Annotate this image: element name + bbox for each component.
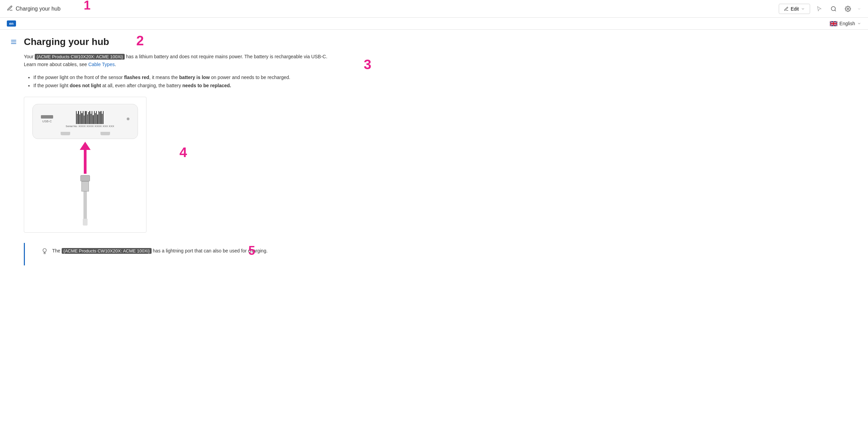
edit-dropdown-button[interactable]: Edit (779, 4, 810, 14)
chevron-down-icon (857, 21, 861, 26)
bullet-list: If the power light on the front of the s… (24, 74, 330, 90)
barcode-lines (76, 110, 104, 124)
chevron-down-icon (801, 7, 805, 11)
variable-highlight: {ACME Products CW10X20X: ACME 100Xi} (35, 54, 125, 60)
lang-selector[interactable]: English (830, 21, 861, 26)
bullet-item-2: If the power light does not light at all… (33, 82, 330, 90)
usb-connector (80, 175, 90, 226)
app-title: Charging your hub (16, 6, 61, 12)
cursor-icon (816, 6, 822, 12)
usb-label: USB-C (42, 120, 52, 123)
info-text-after: has a lightning port that can also be us… (152, 248, 268, 253)
usb-body (81, 181, 89, 191)
serial-label: Serial No: XXXX XXXX XXXX XXX XXX (66, 125, 114, 128)
nav-right: Edit (779, 4, 861, 14)
hub-usb-port: USB-C (41, 115, 53, 123)
annotation-1: 1 (84, 0, 91, 13)
menu-icon (10, 38, 17, 45)
hub-foot-right (100, 132, 110, 135)
hub-dot (127, 118, 129, 120)
main-container: 2 3 Charging your hub Your {ACME Product… (0, 30, 868, 272)
hub-device-illustration: USB-C (32, 104, 138, 139)
bullet-item-1: If the power light on the front of the s… (33, 74, 330, 82)
usb-end (83, 219, 88, 226)
pen-icon (7, 5, 13, 12)
arrow-shaft (84, 150, 87, 174)
annotation-3: 3 (364, 57, 371, 72)
hub-feet (45, 132, 125, 135)
device-image-box: 4 USB-C (24, 97, 146, 233)
sidebar-toggle-button[interactable] (10, 38, 17, 265)
svg-point-2 (847, 8, 849, 10)
top-nav: Charging your hub 1 Edit (0, 0, 868, 18)
page-title: Charging your hub (24, 36, 330, 47)
intro-paragraph: Your {ACME Products CW10X20X: ACME 100Xi… (24, 53, 330, 68)
arrow-head (80, 142, 91, 150)
usb-cable (83, 191, 87, 219)
lang-bar: en English (0, 18, 868, 30)
page-content: 2 3 Charging your hub Your {ACME Product… (24, 36, 330, 265)
cable-types-link[interactable]: Cable Types (88, 62, 115, 67)
search-button[interactable] (828, 4, 839, 14)
uk-flag-icon (830, 21, 837, 26)
nav-left: Charging your hub 1 (7, 2, 70, 16)
usb-slot (41, 115, 53, 119)
lang-badge: en (7, 20, 16, 27)
info-box: 5 The {ACME Products CW10X20X: ACME 100X… (24, 243, 330, 265)
settings-icon (845, 6, 851, 12)
language-label: English (839, 21, 855, 26)
info-text: The {ACME Products CW10X20X: ACME 100Xi}… (52, 247, 268, 255)
chevron-down-icon-settings (857, 7, 861, 11)
cable-container (31, 142, 139, 226)
edit-label: Edit (791, 6, 799, 12)
pink-arrow (80, 142, 91, 174)
hub-top-row: USB-C (41, 110, 129, 128)
cursor-icon-button[interactable] (814, 4, 824, 14)
hub-barcode: Serial No: XXXX XXXX XXXX XXX XXX (66, 110, 114, 128)
info-variable-highlight: {ACME Products CW10X20X: ACME 100Xi} (62, 248, 152, 254)
svg-point-0 (831, 6, 835, 11)
intro-text-before: Your (24, 54, 35, 59)
hub-foot-left (61, 132, 70, 135)
info-text-before: The (52, 248, 62, 253)
usb-top (80, 175, 90, 181)
intro-text-end: . (115, 62, 116, 67)
annotation-4: 4 (180, 145, 187, 160)
lightbulb-icon (41, 248, 48, 256)
settings-button[interactable] (843, 4, 853, 14)
search-icon (831, 6, 837, 12)
svg-line-1 (835, 10, 836, 11)
